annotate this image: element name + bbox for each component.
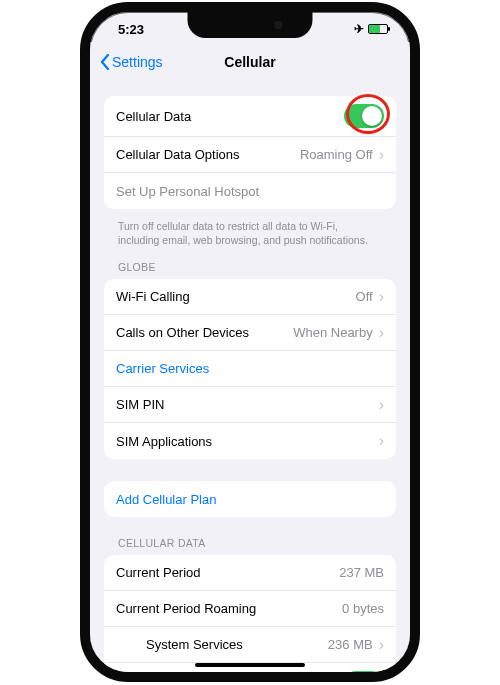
row-current-period: Current Period 237 MB	[104, 555, 396, 591]
sim-apps-label: SIM Applications	[116, 434, 212, 449]
row-calls-other[interactable]: Calls on Other Devices When Nearby ›	[104, 315, 396, 351]
hotspot-label: Set Up Personal Hotspot	[116, 184, 259, 199]
row-current-roaming: Current Period Roaming 0 bytes	[104, 591, 396, 627]
mail-label: Mail	[146, 671, 179, 672]
chevron-right-icon: ›	[379, 289, 384, 305]
row-wifi-calling[interactable]: Wi-Fi Calling Off ›	[104, 279, 396, 315]
system-services-value: 236 MB	[328, 637, 373, 652]
group-cellular: Cellular Data Cellular Data Options Roam…	[104, 96, 396, 209]
wifi-calling-detail: Off	[356, 289, 373, 304]
carrier-header: GLOBE	[104, 247, 396, 277]
carrier-services-label: Carrier Services	[116, 361, 209, 376]
row-sim-pin[interactable]: SIM PIN ›	[104, 387, 396, 423]
battery-icon	[368, 24, 388, 34]
chevron-right-icon: ›	[379, 397, 384, 413]
screen: Settings Cellular Cellular Data Cellular…	[90, 42, 410, 672]
current-roaming-label: Current Period Roaming	[116, 601, 256, 616]
status-time: 5:23	[118, 22, 144, 37]
row-add-plan[interactable]: Add Cellular Plan	[104, 481, 396, 517]
data-header: CELLULAR DATA	[104, 523, 396, 553]
nav-bar: Settings Cellular	[90, 42, 410, 82]
cellular-data-toggle[interactable]	[344, 104, 384, 128]
cellular-options-detail: Roaming Off	[300, 147, 373, 162]
row-system-services[interactable]: System Services 236 MB ›	[104, 627, 396, 663]
row-hotspot[interactable]: Set Up Personal Hotspot	[104, 173, 396, 209]
chevron-right-icon: ›	[379, 637, 384, 653]
mail-toggle[interactable]	[344, 671, 384, 672]
current-period-label: Current Period	[116, 565, 201, 580]
add-plan-label: Add Cellular Plan	[116, 492, 216, 507]
group-usage: Current Period 237 MB Current Period Roa…	[104, 555, 396, 672]
cellular-data-label: Cellular Data	[116, 109, 191, 124]
phone-frame: 5:23 ✈︎ Settings Cellular Cellular Data …	[80, 2, 420, 682]
footer-note: Turn off cellular data to restrict all d…	[104, 215, 396, 247]
back-label: Settings	[112, 54, 163, 70]
system-services-label: System Services	[116, 637, 243, 652]
back-button[interactable]: Settings	[100, 54, 163, 70]
group-add-plan: Add Cellular Plan	[104, 481, 396, 517]
chevron-right-icon: ›	[379, 147, 384, 163]
row-sim-apps[interactable]: SIM Applications ›	[104, 423, 396, 459]
chevron-left-icon	[100, 54, 110, 70]
calls-other-label: Calls on Other Devices	[116, 325, 249, 340]
chevron-right-icon: ›	[379, 433, 384, 449]
home-indicator[interactable]	[195, 663, 305, 667]
sim-pin-label: SIM PIN	[116, 397, 164, 412]
current-roaming-value: 0 bytes	[342, 601, 384, 616]
calls-other-detail: When Nearby	[293, 325, 372, 340]
wifi-calling-label: Wi-Fi Calling	[116, 289, 190, 304]
row-cellular-options[interactable]: Cellular Data Options Roaming Off ›	[104, 137, 396, 173]
current-period-value: 237 MB	[339, 565, 384, 580]
status-right: ✈︎	[354, 22, 388, 36]
device-notch	[188, 12, 313, 38]
chevron-right-icon: ›	[379, 325, 384, 341]
group-carrier: Wi-Fi Calling Off › Calls on Other Devic…	[104, 279, 396, 459]
airplane-icon: ✈︎	[354, 22, 364, 36]
row-carrier-services[interactable]: Carrier Services	[104, 351, 396, 387]
cellular-options-label: Cellular Data Options	[116, 147, 240, 162]
row-cellular-data[interactable]: Cellular Data	[104, 96, 396, 137]
